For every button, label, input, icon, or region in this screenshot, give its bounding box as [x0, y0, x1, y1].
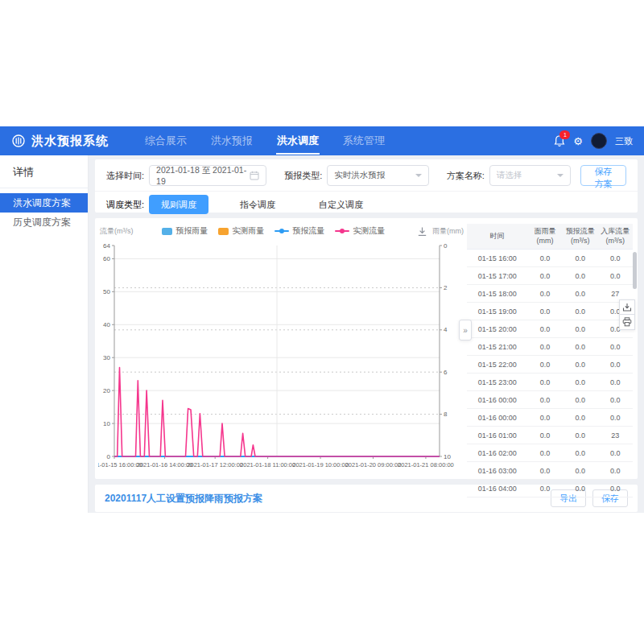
- table-cell: 0.0: [527, 285, 563, 303]
- table-cell: 0.0: [597, 480, 633, 497]
- sidebar-menu: 洪水调度方案历史调度方案: [0, 188, 88, 232]
- x-tick-label: 2021-01-21 08:00:00: [398, 461, 454, 469]
- dispatch-tab-1[interactable]: 指令调度: [228, 195, 287, 214]
- dispatch-tab-0[interactable]: 规则调度: [149, 195, 208, 214]
- table-col-title: 时间: [468, 232, 526, 242]
- table-download-button[interactable]: [619, 299, 635, 315]
- table-col-header-3: 入库流量(m³/s): [597, 224, 633, 250]
- table-cell: 0.0: [527, 374, 563, 391]
- table-cell: 0.0: [563, 444, 598, 462]
- right-tick-label: 2: [444, 284, 448, 291]
- user-avatar[interactable]: [591, 133, 607, 149]
- table-cell: 01-15 17:00: [467, 267, 527, 285]
- app-window: 洪水预报系统 综合展示洪水预报洪水调度系统管理 1 ⚙ 三致: [0, 126, 644, 513]
- table-cell: 0.0: [563, 285, 598, 303]
- x-tick-label: 2021-01-15 16:00:00: [98, 461, 142, 469]
- forecast-type-label: 预报类型:: [284, 170, 322, 182]
- chart-header: 流量(m³/s) 预报雨量实测雨量预报流量实测流量 雨量(mm): [98, 221, 467, 239]
- table-cell: 0.0: [563, 250, 598, 267]
- time-range-label: 选择时间:: [106, 170, 144, 182]
- left-tick-label: 64: [103, 242, 110, 250]
- table-cell: 01-15 18:00: [467, 285, 527, 303]
- table-cell: 0.0: [563, 391, 598, 409]
- table-cell: 0.0: [563, 356, 598, 374]
- table-row: 01-16 03:000.00.00.0: [467, 462, 633, 480]
- chart-download-icon[interactable]: [417, 226, 427, 237]
- table-cell: 01-16 04:00: [467, 480, 527, 497]
- legend-item-1[interactable]: 实测雨量: [218, 225, 264, 237]
- legend-item-2[interactable]: 预报流量: [275, 225, 324, 237]
- app-body: 详情 洪水调度方案历史调度方案 选择时间: 2021-01-18 至 2021-…: [0, 155, 644, 513]
- table-cell: 0.0: [527, 320, 563, 338]
- legend-item-3[interactable]: 实测流量: [335, 225, 385, 237]
- plan-name-placeholder: 请选择: [497, 170, 522, 181]
- table-print-button[interactable]: [619, 315, 635, 330]
- table-cell: 01-16 01:00: [467, 427, 527, 444]
- date-range-input[interactable]: 2021-01-18 至 2021-01-19: [149, 165, 266, 186]
- table-cell: 0.0: [527, 444, 563, 462]
- left-tick-label: 50: [103, 288, 110, 295]
- nav-item-2[interactable]: 洪水调度: [265, 126, 331, 155]
- chart-panel: 流量(m³/s) 预报雨量实测雨量预报流量实测流量 雨量(mm) 0102030…: [95, 218, 467, 479]
- table-row: 01-16 02:000.00.00.0: [467, 444, 633, 462]
- table-col-title: 面雨量: [528, 227, 562, 237]
- table-cell: 0.0: [563, 427, 598, 444]
- x-tick-label: 2021-01-16 14:00:00: [137, 461, 193, 469]
- legend-label: 预报流量: [292, 225, 324, 237]
- sidebar-item-0[interactable]: 洪水调度方案: [0, 193, 88, 213]
- table-cell: 01-15 16:00: [467, 250, 527, 267]
- table-cell: 0.0: [527, 356, 563, 374]
- dispatch-tab-2[interactable]: 自定义调度: [307, 195, 375, 214]
- legend-item-0[interactable]: 预报雨量: [162, 225, 208, 237]
- nav-item-1[interactable]: 洪水预报: [199, 126, 265, 155]
- table-cell: 0.0: [563, 462, 598, 480]
- username[interactable]: 三致: [615, 135, 633, 147]
- left-tick-label: 20: [103, 387, 110, 394]
- flow-rain-chart[interactable]: 01020304050606402468102021-01-15 16:00:0…: [98, 239, 467, 481]
- app-header: 洪水预报系统 综合展示洪水预报洪水调度系统管理 1 ⚙ 三致: [0, 126, 644, 155]
- plan-name-label: 方案名称:: [447, 170, 485, 182]
- table-actions: [619, 299, 635, 330]
- right-tick-label: 4: [444, 326, 448, 333]
- table-row: 01-15 21:000.00.00.0: [467, 338, 633, 356]
- dispatch-tabs: 规则调度指令调度自定义调度: [149, 195, 394, 214]
- table-cell: 0.0: [597, 250, 633, 267]
- legend-label: 实测雨量: [232, 225, 264, 237]
- brand: 洪水预报系统: [11, 134, 109, 149]
- table-col-title: 预报流量: [564, 227, 597, 237]
- header-actions: 1 ⚙ 三致: [554, 133, 633, 149]
- sidebar-item-1[interactable]: 历史调度方案: [0, 213, 88, 232]
- settings-gear-icon[interactable]: ⚙: [573, 136, 583, 147]
- table-cell: 0.0: [597, 409, 633, 427]
- table-row: 01-15 19:000.00.00.0: [467, 303, 633, 320]
- save-plan-button[interactable]: 保存方案: [580, 165, 626, 186]
- table-col-unit: (mm): [528, 237, 562, 246]
- table-cell: 0.0: [527, 338, 563, 356]
- table-cell: 0.0: [597, 267, 633, 285]
- table-scrollbar[interactable]: [633, 252, 637, 289]
- chevron-down-icon: [415, 174, 422, 180]
- notification-badge: 1: [559, 130, 570, 139]
- chart-legend: 预报雨量实测雨量预报流量实测流量: [134, 225, 415, 237]
- table-cell: 01-15 19:00: [467, 303, 527, 320]
- legend-label: 预报雨量: [175, 225, 208, 237]
- table-cell: 23: [597, 427, 633, 444]
- x-tick-label: 2021-01-17 12:00:00: [187, 461, 243, 469]
- nav-item-3[interactable]: 系统管理: [331, 126, 397, 155]
- table-cell: 0.0: [597, 374, 633, 391]
- x-tick-label: 2021-01-20 09:00:00: [345, 461, 402, 469]
- table-col-unit: (m³/s): [564, 237, 597, 246]
- table-cell: 0.0: [527, 303, 563, 320]
- table-cell: 0.0: [527, 409, 563, 427]
- forecast-type-select[interactable]: 实时洪水预报: [327, 165, 428, 186]
- collapse-table-button[interactable]: »: [459, 320, 472, 341]
- right-tick-label: 10: [444, 453, 451, 460]
- table-cell: 01-15 22:00: [467, 356, 527, 374]
- notifications-button[interactable]: 1: [554, 134, 565, 147]
- table-cell: 0.0: [563, 374, 598, 391]
- right-tick-label: 0: [444, 242, 448, 250]
- plan-name-select[interactable]: 请选择: [489, 165, 571, 186]
- table-cell: 0.0: [597, 444, 633, 462]
- dispatch-tabs-row: 调度类型: 规则调度指令调度自定义调度: [106, 192, 626, 217]
- nav-item-0[interactable]: 综合展示: [133, 126, 199, 155]
